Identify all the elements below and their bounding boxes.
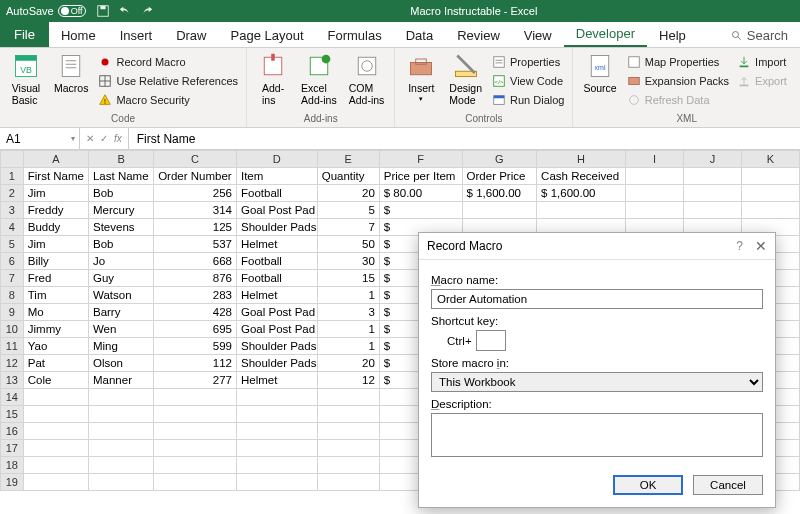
cell[interactable] [23, 389, 88, 406]
cell[interactable] [626, 185, 684, 202]
ok-button[interactable]: OK [613, 475, 683, 495]
design-mode-button[interactable]: Design Mode [445, 50, 486, 108]
cell[interactable]: 668 [154, 253, 237, 270]
cell[interactable]: $ 1,600.00 [537, 185, 626, 202]
cell[interactable]: Goal Post Pad [236, 304, 317, 321]
col-J[interactable]: J [684, 151, 742, 168]
row-head[interactable]: 15 [1, 406, 24, 423]
select-all-corner[interactable] [1, 151, 24, 168]
close-icon[interactable]: ✕ [755, 238, 767, 254]
cell[interactable] [88, 457, 153, 474]
tab-file[interactable]: File [0, 22, 49, 47]
cell[interactable]: Wen [88, 321, 153, 338]
cell[interactable]: Helmet [236, 287, 317, 304]
cell[interactable]: Freddy [23, 202, 88, 219]
redo-icon[interactable] [140, 4, 154, 18]
cell[interactable]: 15 [317, 270, 379, 287]
col-A[interactable]: A [23, 151, 88, 168]
import-button[interactable]: Import [735, 54, 789, 70]
row-head[interactable]: 16 [1, 423, 24, 440]
export-button[interactable]: Export [735, 73, 789, 89]
cell[interactable]: Quantity [317, 168, 379, 185]
com-addins-button[interactable]: COM Add-ins [345, 50, 389, 108]
cell[interactable] [88, 474, 153, 491]
macro-name-input[interactable] [431, 289, 763, 309]
cell[interactable]: Jimmy [23, 321, 88, 338]
tab-insert[interactable]: Insert [108, 23, 165, 47]
col-F[interactable]: F [379, 151, 462, 168]
cell[interactable]: Watson [88, 287, 153, 304]
tab-home[interactable]: Home [49, 23, 108, 47]
cell[interactable]: 20 [317, 185, 379, 202]
cell[interactable]: 1 [317, 287, 379, 304]
cell[interactable]: 30 [317, 253, 379, 270]
toggle-track[interactable]: Off [58, 5, 86, 17]
row-head[interactable]: 17 [1, 440, 24, 457]
cell[interactable] [23, 457, 88, 474]
col-B[interactable]: B [88, 151, 153, 168]
cell[interactable]: Cash Received [537, 168, 626, 185]
col-E[interactable]: E [317, 151, 379, 168]
row-head[interactable]: 7 [1, 270, 24, 287]
tab-page-layout[interactable]: Page Layout [219, 23, 316, 47]
cell[interactable] [236, 389, 317, 406]
refresh-data-button[interactable]: Refresh Data [625, 92, 731, 108]
cell[interactable]: Bob [88, 236, 153, 253]
cell[interactable] [88, 423, 153, 440]
cell[interactable]: 5 [317, 202, 379, 219]
cell[interactable]: Item [236, 168, 317, 185]
visual-basic-button[interactable]: VB Visual Basic [6, 50, 46, 108]
enter-icon[interactable]: ✓ [100, 133, 108, 144]
cell[interactable] [317, 474, 379, 491]
row-head[interactable]: 2 [1, 185, 24, 202]
cell[interactable] [154, 389, 237, 406]
cell[interactable] [23, 406, 88, 423]
formula-input[interactable]: First Name [129, 132, 800, 146]
view-code-button[interactable]: </>View Code [490, 73, 566, 89]
cell[interactable] [537, 202, 626, 219]
row-head[interactable]: 9 [1, 304, 24, 321]
cell[interactable]: Shoulder Pads [236, 338, 317, 355]
cell[interactable] [236, 423, 317, 440]
cell[interactable]: Guy [88, 270, 153, 287]
col-G[interactable]: G [462, 151, 537, 168]
cell[interactable] [317, 423, 379, 440]
shortcut-key-input[interactable] [476, 330, 506, 351]
macro-security-button[interactable]: !Macro Security [96, 92, 240, 108]
cell[interactable]: Shoulder Pads [236, 355, 317, 372]
tab-developer[interactable]: Developer [564, 21, 647, 47]
dialog-titlebar[interactable]: Record Macro ? ✕ [419, 233, 775, 260]
cell[interactable]: Order Number [154, 168, 237, 185]
cell[interactable]: Tim [23, 287, 88, 304]
cell[interactable] [317, 406, 379, 423]
cell[interactable] [154, 457, 237, 474]
cell[interactable]: Cole [23, 372, 88, 389]
tab-data[interactable]: Data [394, 23, 445, 47]
record-macro-button[interactable]: Record Macro [96, 54, 240, 70]
cell[interactable]: Yao [23, 338, 88, 355]
row-head[interactable]: 12 [1, 355, 24, 372]
cell[interactable] [626, 168, 684, 185]
cell[interactable]: Football [236, 185, 317, 202]
row-head[interactable]: 11 [1, 338, 24, 355]
cell[interactable]: First Name [23, 168, 88, 185]
cell[interactable]: Billy [23, 253, 88, 270]
undo-icon[interactable] [118, 4, 132, 18]
row-head[interactable]: 8 [1, 287, 24, 304]
cell[interactable]: 3 [317, 304, 379, 321]
store-in-select[interactable]: This Workbook [431, 372, 763, 392]
cell[interactable]: Football [236, 270, 317, 287]
row-head[interactable]: 13 [1, 372, 24, 389]
expansion-packs-button[interactable]: Expansion Packs [625, 73, 731, 89]
column-headers[interactable]: A B C D E F G H I J K [1, 151, 800, 168]
cell[interactable] [317, 457, 379, 474]
col-D[interactable]: D [236, 151, 317, 168]
cell[interactable]: 256 [154, 185, 237, 202]
row-head[interactable]: 3 [1, 202, 24, 219]
cell[interactable]: 283 [154, 287, 237, 304]
cell[interactable]: Mercury [88, 202, 153, 219]
cell[interactable] [23, 423, 88, 440]
description-input[interactable] [431, 413, 763, 457]
cell[interactable]: 112 [154, 355, 237, 372]
cell[interactable]: Manner [88, 372, 153, 389]
